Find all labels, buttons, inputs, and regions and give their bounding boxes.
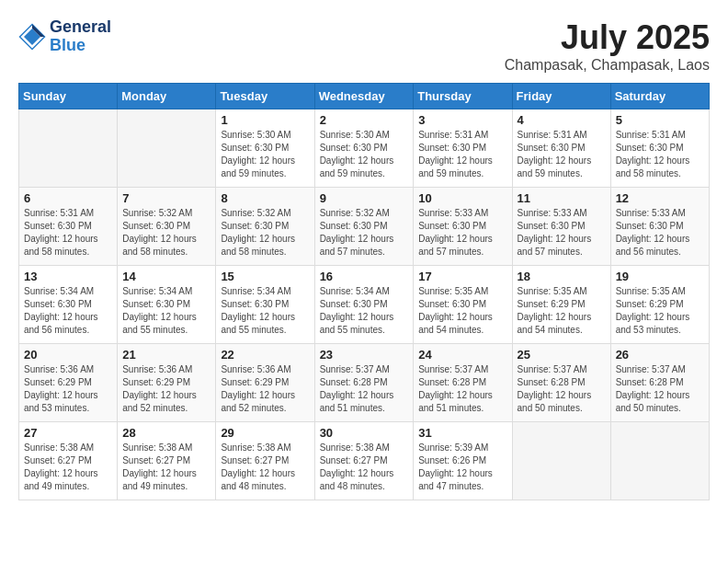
calendar-cell: 3Sunrise: 5:31 AM Sunset: 6:30 PM Daylig…: [414, 109, 512, 188]
day-number: 17: [418, 270, 506, 283]
calendar-cell: [118, 109, 216, 188]
calendar-cell: 8Sunrise: 5:32 AM Sunset: 6:30 PM Daylig…: [216, 188, 314, 266]
day-info: Sunrise: 5:31 AM Sunset: 6:30 PM Dayligh…: [418, 129, 506, 180]
week-row-2: 6Sunrise: 5:31 AM Sunset: 6:30 PM Daylig…: [19, 188, 710, 266]
calendar-cell: 28Sunrise: 5:38 AM Sunset: 6:27 PM Dayli…: [118, 422, 216, 500]
calendar-cell: 20Sunrise: 5:36 AM Sunset: 6:29 PM Dayli…: [19, 344, 118, 422]
day-info: Sunrise: 5:30 AM Sunset: 6:30 PM Dayligh…: [221, 129, 309, 180]
day-number: 25: [518, 348, 606, 362]
day-info: Sunrise: 5:36 AM Sunset: 6:29 PM Dayligh…: [24, 363, 112, 415]
logo: General Blue: [18, 18, 111, 55]
day-header-tuesday: Tuesday: [216, 84, 314, 109]
calendar-cell: 15Sunrise: 5:34 AM Sunset: 6:30 PM Dayli…: [216, 266, 314, 344]
day-number: 9: [320, 191, 409, 205]
day-info: Sunrise: 5:34 AM Sunset: 6:30 PM Dayligh…: [24, 285, 112, 337]
calendar-cell: 7Sunrise: 5:32 AM Sunset: 6:30 PM Daylig…: [118, 188, 216, 266]
day-info: Sunrise: 5:38 AM Sunset: 6:27 PM Dayligh…: [320, 442, 409, 493]
day-header-wednesday: Wednesday: [314, 84, 414, 109]
calendar-cell: 19Sunrise: 5:35 AM Sunset: 6:29 PM Dayli…: [610, 266, 709, 344]
logo-icon: [18, 23, 46, 51]
day-number: 16: [320, 270, 409, 283]
day-number: 5: [616, 113, 704, 127]
calendar-cell: 17Sunrise: 5:35 AM Sunset: 6:30 PM Dayli…: [414, 266, 512, 344]
logo-text: General Blue: [50, 18, 111, 55]
day-number: 8: [221, 191, 309, 205]
day-info: Sunrise: 5:37 AM Sunset: 6:28 PM Dayligh…: [518, 363, 606, 415]
calendar-cell: 30Sunrise: 5:38 AM Sunset: 6:27 PM Dayli…: [314, 422, 414, 500]
logo-line1: General: [50, 18, 111, 37]
day-info: Sunrise: 5:38 AM Sunset: 6:27 PM Dayligh…: [221, 442, 309, 493]
day-number: 22: [221, 348, 309, 362]
day-number: 2: [320, 113, 409, 127]
day-number: 31: [418, 426, 506, 440]
week-row-5: 27Sunrise: 5:38 AM Sunset: 6:27 PM Dayli…: [19, 422, 710, 500]
day-number: 21: [122, 348, 210, 362]
location-title: Champasak, Champasak, Laos: [505, 57, 710, 74]
day-number: 23: [320, 348, 409, 362]
day-info: Sunrise: 5:38 AM Sunset: 6:27 PM Dayligh…: [122, 442, 210, 493]
day-info: Sunrise: 5:33 AM Sunset: 6:30 PM Dayligh…: [518, 207, 606, 259]
day-number: 27: [24, 426, 112, 440]
day-info: Sunrise: 5:32 AM Sunset: 6:30 PM Dayligh…: [221, 207, 309, 259]
day-number: 30: [320, 426, 409, 440]
day-number: 18: [518, 270, 606, 283]
calendar-cell: 31Sunrise: 5:39 AM Sunset: 6:26 PM Dayli…: [414, 422, 512, 500]
day-number: 24: [418, 348, 506, 362]
calendar-table: SundayMondayTuesdayWednesdayThursdayFrid…: [18, 83, 710, 500]
calendar-cell: 27Sunrise: 5:38 AM Sunset: 6:27 PM Dayli…: [19, 422, 118, 500]
calendar-header-row: SundayMondayTuesdayWednesdayThursdayFrid…: [19, 84, 710, 109]
calendar-cell: 18Sunrise: 5:35 AM Sunset: 6:29 PM Dayli…: [512, 266, 610, 344]
calendar-cell: 22Sunrise: 5:36 AM Sunset: 6:29 PM Dayli…: [216, 344, 314, 422]
day-info: Sunrise: 5:31 AM Sunset: 6:30 PM Dayligh…: [24, 207, 112, 259]
day-info: Sunrise: 5:33 AM Sunset: 6:30 PM Dayligh…: [418, 207, 506, 259]
title-section: July 2025 Champasak, Champasak, Laos: [505, 18, 710, 74]
day-header-friday: Friday: [512, 84, 610, 109]
day-number: 11: [518, 191, 606, 205]
calendar-cell: 14Sunrise: 5:34 AM Sunset: 6:30 PM Dayli…: [118, 266, 216, 344]
day-number: 3: [418, 113, 506, 127]
day-info: Sunrise: 5:31 AM Sunset: 6:30 PM Dayligh…: [616, 129, 704, 180]
day-info: Sunrise: 5:37 AM Sunset: 6:28 PM Dayligh…: [320, 363, 409, 415]
calendar-cell: 29Sunrise: 5:38 AM Sunset: 6:27 PM Dayli…: [216, 422, 314, 500]
calendar-cell: 5Sunrise: 5:31 AM Sunset: 6:30 PM Daylig…: [610, 109, 709, 188]
calendar-cell: 6Sunrise: 5:31 AM Sunset: 6:30 PM Daylig…: [19, 188, 118, 266]
calendar-cell: 1Sunrise: 5:30 AM Sunset: 6:30 PM Daylig…: [216, 109, 314, 188]
calendar-cell: 21Sunrise: 5:36 AM Sunset: 6:29 PM Dayli…: [118, 344, 216, 422]
calendar-cell: [610, 422, 709, 500]
day-number: 4: [518, 113, 606, 127]
week-row-1: 1Sunrise: 5:30 AM Sunset: 6:30 PM Daylig…: [19, 109, 710, 188]
day-number: 10: [418, 191, 506, 205]
week-row-4: 20Sunrise: 5:36 AM Sunset: 6:29 PM Dayli…: [19, 344, 710, 422]
day-number: 29: [221, 426, 309, 440]
calendar-cell: 11Sunrise: 5:33 AM Sunset: 6:30 PM Dayli…: [512, 188, 610, 266]
calendar-cell: 24Sunrise: 5:37 AM Sunset: 6:28 PM Dayli…: [414, 344, 512, 422]
calendar-cell: 4Sunrise: 5:31 AM Sunset: 6:30 PM Daylig…: [512, 109, 610, 188]
day-info: Sunrise: 5:32 AM Sunset: 6:30 PM Dayligh…: [320, 207, 409, 259]
day-info: Sunrise: 5:37 AM Sunset: 6:28 PM Dayligh…: [418, 363, 506, 415]
day-number: 1: [221, 113, 309, 127]
day-number: 6: [24, 191, 112, 205]
day-info: Sunrise: 5:35 AM Sunset: 6:29 PM Dayligh…: [616, 285, 704, 337]
day-number: 13: [24, 270, 112, 283]
day-number: 14: [122, 270, 210, 283]
month-title: July 2025: [505, 18, 710, 57]
calendar-cell: 9Sunrise: 5:32 AM Sunset: 6:30 PM Daylig…: [314, 188, 414, 266]
calendar-cell: [512, 422, 610, 500]
week-row-3: 13Sunrise: 5:34 AM Sunset: 6:30 PM Dayli…: [19, 266, 710, 344]
day-info: Sunrise: 5:34 AM Sunset: 6:30 PM Dayligh…: [320, 285, 409, 337]
day-info: Sunrise: 5:31 AM Sunset: 6:30 PM Dayligh…: [518, 129, 606, 180]
day-header-monday: Monday: [118, 84, 216, 109]
day-header-thursday: Thursday: [414, 84, 512, 109]
day-header-saturday: Saturday: [610, 84, 709, 109]
day-info: Sunrise: 5:30 AM Sunset: 6:30 PM Dayligh…: [320, 129, 409, 180]
calendar-cell: 23Sunrise: 5:37 AM Sunset: 6:28 PM Dayli…: [314, 344, 414, 422]
calendar-cell: 12Sunrise: 5:33 AM Sunset: 6:30 PM Dayli…: [610, 188, 709, 266]
calendar-cell: 10Sunrise: 5:33 AM Sunset: 6:30 PM Dayli…: [414, 188, 512, 266]
day-info: Sunrise: 5:36 AM Sunset: 6:29 PM Dayligh…: [122, 363, 210, 415]
calendar-cell: 16Sunrise: 5:34 AM Sunset: 6:30 PM Dayli…: [314, 266, 414, 344]
day-info: Sunrise: 5:36 AM Sunset: 6:29 PM Dayligh…: [221, 363, 309, 415]
day-info: Sunrise: 5:32 AM Sunset: 6:30 PM Dayligh…: [122, 207, 210, 259]
day-info: Sunrise: 5:33 AM Sunset: 6:30 PM Dayligh…: [616, 207, 704, 259]
day-number: 7: [122, 191, 210, 205]
day-info: Sunrise: 5:37 AM Sunset: 6:28 PM Dayligh…: [616, 363, 704, 415]
